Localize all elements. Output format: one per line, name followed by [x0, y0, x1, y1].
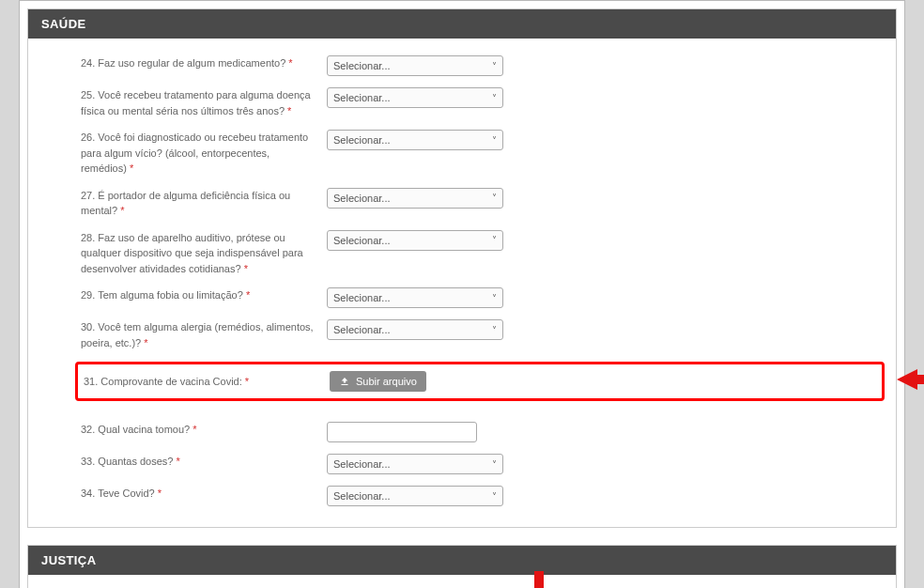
select-q34[interactable]: Selecionar...˅: [327, 486, 503, 506]
select-q26[interactable]: Selecionar...˅: [327, 130, 503, 150]
label-q27: 27. É portador de alguma deficiência fís…: [81, 188, 327, 219]
row-q25: 25. Você recebeu tratamento para alguma …: [81, 87, 879, 118]
section-saude: SAÚDE 24. Faz uso regular de algum medic…: [27, 8, 897, 528]
row-q26: 26. Você foi diagnosticado ou recebeu tr…: [81, 130, 879, 177]
chevron-down-icon: ˅: [492, 93, 497, 103]
label-q32: 32. Qual vacina tomou? *: [81, 422, 327, 438]
outer-panel: SAÚDE 24. Faz uso regular de algum medic…: [19, 0, 905, 588]
section-body-saude: 24. Faz uso regular de algum medicamento…: [28, 39, 896, 527]
section-header-saude: SAÚDE: [28, 9, 896, 39]
upload-icon: [339, 376, 350, 387]
label-q28: 28. Faz uso de aparelho auditivo, prótes…: [81, 230, 327, 277]
row-q24: 24. Faz uso regular de algum medicamento…: [81, 55, 879, 76]
row-q29: 29. Tem alguma fobia ou limitação? * Sel…: [81, 287, 879, 308]
chevron-down-icon: ˅: [492, 193, 497, 203]
label-q30: 30. Você tem alguma alergia (remédios, a…: [81, 319, 327, 350]
label-q29: 29. Tem alguma fobia ou limitação? *: [81, 287, 327, 303]
label-q34: 34. Teve Covid? *: [81, 486, 327, 502]
select-q25[interactable]: Selecionar...˅: [327, 87, 503, 108]
select-q30[interactable]: Selecionar...˅: [327, 319, 503, 340]
label-q33: 33. Quantas doses? *: [81, 454, 327, 470]
row-q33: 33. Quantas doses? * Selecionar...˅: [81, 454, 879, 474]
arrow-annotation-bottom: [526, 571, 552, 588]
row-q31: 31. Comprovante de vacina Covid: * Subir…: [75, 362, 885, 401]
row-q28: 28. Faz uso de aparelho auditivo, prótes…: [81, 230, 879, 277]
label-q24: 24. Faz uso regular de algum medicamento…: [81, 55, 327, 71]
upload-button-q31[interactable]: Subir arquivo: [330, 371, 426, 392]
select-q28[interactable]: Selecionar...˅: [327, 230, 503, 251]
row-q34: 34. Teve Covid? * Selecionar...˅: [81, 486, 879, 506]
section-justica: JUSTIÇA 35. Você foi acusado(a) de algum…: [27, 545, 897, 588]
select-q24[interactable]: Selecionar...˅: [327, 55, 503, 76]
section-header-justica: JUSTIÇA: [28, 546, 896, 575]
chevron-down-icon: ˅: [492, 293, 497, 303]
select-q29[interactable]: Selecionar...˅: [327, 287, 503, 308]
row-q27: 27. É portador de alguma deficiência fís…: [81, 188, 879, 219]
chevron-down-icon: ˅: [492, 61, 497, 71]
label-q26: 26. Você foi diagnosticado ou recebeu tr…: [81, 130, 327, 177]
chevron-down-icon: ˅: [492, 135, 497, 146]
svg-marker-0: [897, 369, 924, 390]
chevron-down-icon: ˅: [492, 235, 497, 245]
select-q27[interactable]: Selecionar...˅: [327, 188, 503, 209]
chevron-down-icon: ˅: [492, 491, 497, 502]
page-wrapper: SAÚDE 24. Faz uso regular de algum medic…: [0, 0, 924, 588]
chevron-down-icon: ˅: [492, 459, 497, 470]
select-q33[interactable]: Selecionar...˅: [327, 454, 503, 474]
chevron-down-icon: ˅: [492, 325, 497, 335]
row-q32: 32. Qual vacina tomou? *: [81, 422, 879, 442]
label-q31: 31. Comprovante de vacina Covid: *: [84, 374, 330, 390]
input-q32[interactable]: [327, 422, 477, 442]
label-q25: 25. Você recebeu tratamento para alguma …: [81, 87, 327, 118]
row-q30: 30. Você tem alguma alergia (remédios, a…: [81, 319, 879, 350]
svg-marker-1: [526, 571, 552, 588]
section-body-justica: 35. Você foi acusado(a) de algum crime, …: [28, 575, 896, 588]
arrow-annotation-q31: [897, 366, 924, 393]
